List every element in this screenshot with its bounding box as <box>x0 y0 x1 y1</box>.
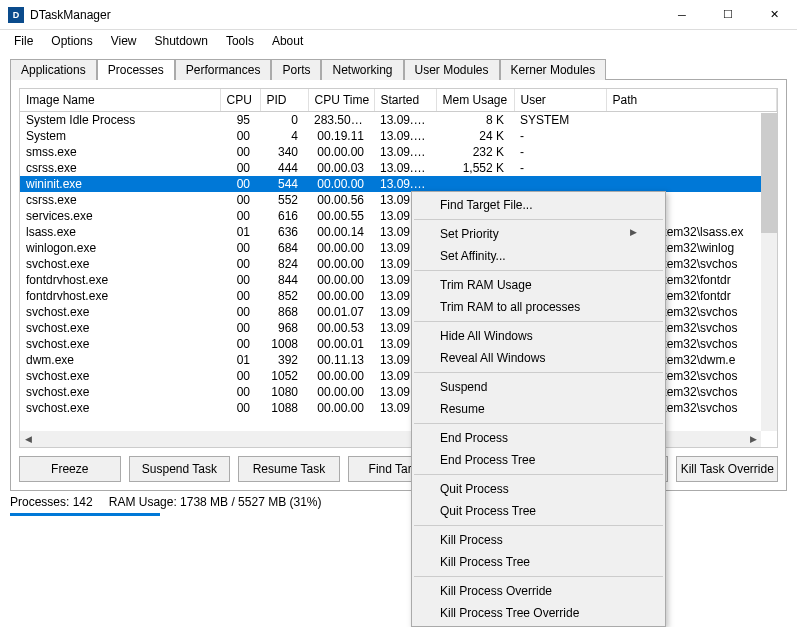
ctx-reveal-all-windows[interactable]: Reveal All Windows <box>412 347 665 369</box>
menu-tools[interactable]: Tools <box>218 32 262 50</box>
menu-separator <box>414 219 663 220</box>
tab-applications[interactable]: Applications <box>10 59 97 80</box>
ctx-find-target-file-[interactable]: Find Target File... <box>412 194 665 216</box>
table-row[interactable]: csrss.exe0044400.00.0313.09.491,552 K- <box>20 160 777 176</box>
menu-view[interactable]: View <box>103 32 145 50</box>
ctx-resume[interactable]: Resume <box>412 398 665 420</box>
status-underline <box>10 513 160 516</box>
ctx-kill-process-tree-override[interactable]: Kill Process Tree Override <box>412 602 665 624</box>
menu-separator <box>414 525 663 526</box>
col-header-pid[interactable]: PID <box>260 89 308 112</box>
freeze-button[interactable]: Freeze <box>19 456 121 482</box>
tab-performances[interactable]: Performances <box>175 59 272 80</box>
col-header-path[interactable]: Path <box>606 89 777 112</box>
table-row[interactable]: smss.exe0034000.00.0013.09.47232 K- <box>20 144 777 160</box>
col-header-user[interactable]: User <box>514 89 606 112</box>
titlebar: D DTaskManager ─ ☐ ✕ <box>0 0 797 30</box>
scroll-right-icon[interactable]: ▶ <box>745 431 761 447</box>
ctx-trim-ram-usage[interactable]: Trim RAM Usage <box>412 274 665 296</box>
col-header-cpu-time[interactable]: CPU Time <box>308 89 374 112</box>
tab-ports[interactable]: Ports <box>271 59 321 80</box>
menu-file[interactable]: File <box>6 32 41 50</box>
col-header-cpu[interactable]: CPU <box>220 89 260 112</box>
ctx-trim-ram-to-all-processes[interactable]: Trim RAM to all processes <box>412 296 665 318</box>
tab-content: Image NameCPUPIDCPU TimeStartedMem Usage… <box>10 79 787 491</box>
menu-separator <box>414 474 663 475</box>
minimize-button[interactable]: ─ <box>659 0 705 30</box>
window-title: DTaskManager <box>30 8 111 22</box>
ctx-hide-all-windows[interactable]: Hide All Windows <box>412 325 665 347</box>
app-icon: D <box>8 7 24 23</box>
tabs: ApplicationsProcessesPerformancesPortsNe… <box>0 52 797 79</box>
col-header-image-name[interactable]: Image Name <box>20 89 220 112</box>
table-row[interactable]: wininit.exe0054400.00.0013.09.50 <box>20 176 777 192</box>
tab-user-modules[interactable]: User Modules <box>404 59 500 80</box>
scroll-thumb-y[interactable] <box>761 113 777 233</box>
menu-separator <box>414 270 663 271</box>
status-processes: Processes: 142 <box>10 495 93 509</box>
menu-separator <box>414 423 663 424</box>
resume-task-button[interactable]: Resume Task <box>238 456 340 482</box>
chevron-right-icon: ▶ <box>630 227 637 241</box>
suspend-task-button[interactable]: Suspend Task <box>129 456 231 482</box>
col-header-mem-usage[interactable]: Mem Usage <box>436 89 514 112</box>
tab-networking[interactable]: Networking <box>321 59 403 80</box>
kill-task-override-button[interactable]: Kill Task Override <box>676 456 778 482</box>
table-row[interactable]: System00400.19.1113.09.4524 K- <box>20 128 777 144</box>
ctx-set-affinity-[interactable]: Set Affinity... <box>412 245 665 267</box>
ctx-kill-process-override[interactable]: Kill Process Override <box>412 580 665 602</box>
table-header-row: Image NameCPUPIDCPU TimeStartedMem Usage… <box>20 89 777 112</box>
tab-processes[interactable]: Processes <box>97 59 175 80</box>
window-controls: ─ ☐ ✕ <box>659 0 797 30</box>
status-ram: RAM Usage: 1738 MB / 5527 MB (31%) <box>109 495 322 509</box>
context-menu: Find Target File...Set Priority▶Set Affi… <box>411 191 666 627</box>
menu-separator <box>414 321 663 322</box>
ctx-quit-process[interactable]: Quit Process <box>412 478 665 500</box>
statusbar: Processes: 142 RAM Usage: 1738 MB / 5527… <box>0 491 797 513</box>
ctx-kill-process[interactable]: Kill Process <box>412 529 665 551</box>
menu-separator <box>414 576 663 577</box>
ctx-set-priority[interactable]: Set Priority▶ <box>412 223 665 245</box>
close-button[interactable]: ✕ <box>751 0 797 30</box>
menu-options[interactable]: Options <box>43 32 100 50</box>
ctx-kill-process-tree[interactable]: Kill Process Tree <box>412 551 665 573</box>
maximize-button[interactable]: ☐ <box>705 0 751 30</box>
ctx-end-process-tree[interactable]: End Process Tree <box>412 449 665 471</box>
ctx-quit-process-tree[interactable]: Quit Process Tree <box>412 500 665 522</box>
table-row[interactable]: System Idle Process950283.50.4613.09.458… <box>20 112 777 129</box>
ctx-suspend[interactable]: Suspend <box>412 376 665 398</box>
vertical-scrollbar[interactable] <box>761 113 777 431</box>
menu-shutdown[interactable]: Shutdown <box>147 32 216 50</box>
menu-separator <box>414 372 663 373</box>
scroll-left-icon[interactable]: ◀ <box>20 431 36 447</box>
menubar: FileOptionsViewShutdownToolsAbout <box>0 30 797 52</box>
menu-about[interactable]: About <box>264 32 311 50</box>
tab-kerner-modules[interactable]: Kerner Modules <box>500 59 607 80</box>
ctx-end-process[interactable]: End Process <box>412 427 665 449</box>
col-header-started[interactable]: Started <box>374 89 436 112</box>
